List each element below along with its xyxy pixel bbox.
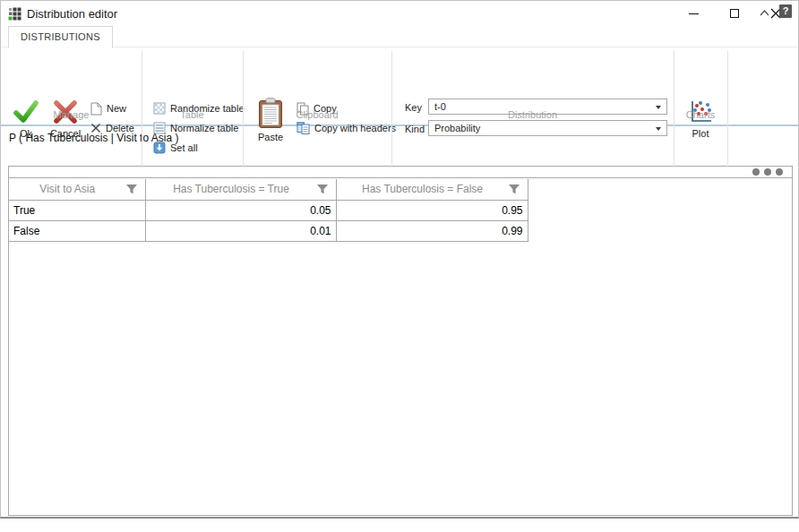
panel-menu-button[interactable] xyxy=(752,168,783,176)
set-all-icon xyxy=(153,142,166,154)
minimize-icon xyxy=(689,13,699,14)
group-label-clipboard: Clipboard xyxy=(243,109,391,120)
copy-with-headers-label: Copy with headers xyxy=(314,123,396,133)
cancel-label: Cancel xyxy=(50,128,81,139)
normalize-table-button[interactable]: Normalize table xyxy=(153,121,238,135)
ribbon-tab-strip: DISTRIBUTIONS xyxy=(1,26,798,47)
column-header-label: Has Tuberculosis = False xyxy=(362,183,483,195)
column-header-tuberculosis-false: Has Tuberculosis = False xyxy=(336,179,528,200)
maximize-icon xyxy=(730,9,739,18)
normalize-table-icon xyxy=(153,122,166,134)
set-all-button[interactable]: Set all xyxy=(153,141,198,155)
kind-dropdown-value: Probability xyxy=(434,123,480,133)
distribution-editor-window: Distribution editor DISTRIBUTIONS ? xyxy=(0,0,799,519)
group-label-table: Table xyxy=(142,109,243,120)
panel-header-strip xyxy=(9,167,792,178)
probability-cell[interactable]: 0.01 xyxy=(145,220,336,241)
copy-with-headers-button[interactable]: Copy with headers xyxy=(296,121,396,135)
delete-x-icon xyxy=(90,123,101,133)
ribbon: Ok Cancel New Delete Manage xyxy=(1,47,798,126)
column-header-visit-to-asia: Visit to Asia xyxy=(9,179,145,200)
chevron-down-icon xyxy=(656,127,661,131)
tab-distributions[interactable]: DISTRIBUTIONS xyxy=(8,26,113,48)
table-row: True 0.05 0.95 xyxy=(9,200,528,220)
probability-cell[interactable]: 0.05 xyxy=(145,200,336,220)
filter-icon[interactable] xyxy=(508,184,520,195)
column-header-tuberculosis-true: Has Tuberculosis = True xyxy=(145,179,336,200)
state-cell[interactable]: False xyxy=(9,220,145,241)
group-label-manage: Manage xyxy=(1,109,142,120)
probability-cell[interactable]: 0.95 xyxy=(336,200,528,220)
distribution-table-panel: Visit to Asia Has Tuberculosis = True xyxy=(8,166,793,516)
ok-label: Ok xyxy=(20,128,32,139)
paste-button[interactable]: Paste xyxy=(253,98,288,142)
dot-icon xyxy=(776,168,783,176)
minimize-button[interactable] xyxy=(673,1,714,26)
group-separator xyxy=(727,51,728,167)
state-cell[interactable]: True xyxy=(9,200,145,220)
column-header-label: Visit to Asia xyxy=(39,183,95,195)
group-label-distribution: Distribution xyxy=(391,109,674,120)
collapse-ribbon-button[interactable] xyxy=(757,6,771,19)
delete-label: Delete xyxy=(106,123,134,133)
group-label-charts: Charts xyxy=(674,109,727,120)
probability-cell[interactable]: 0.99 xyxy=(336,220,528,241)
paste-label: Paste xyxy=(258,132,283,142)
dot-icon xyxy=(764,168,771,176)
window-title: Distribution editor xyxy=(27,7,117,21)
kind-dropdown[interactable]: Probability xyxy=(428,120,667,136)
table-row: False 0.01 0.99 xyxy=(9,220,528,241)
dot-icon xyxy=(752,168,760,176)
window-controls xyxy=(673,1,796,26)
chevron-up-icon xyxy=(760,10,769,16)
probability-table: Visit to Asia Has Tuberculosis = True xyxy=(9,179,528,242)
column-header-label: Has Tuberculosis = True xyxy=(173,183,289,195)
filter-icon[interactable] xyxy=(316,184,329,195)
kind-field-label: Kind xyxy=(405,124,425,134)
copy-with-headers-icon xyxy=(296,122,310,134)
maximize-button[interactable] xyxy=(714,1,755,26)
table-header-row: Visit to Asia Has Tuberculosis = True xyxy=(9,179,528,200)
app-logo-icon xyxy=(7,6,21,21)
set-all-label: Set all xyxy=(170,142,198,153)
plot-label: Plot xyxy=(692,128,709,139)
help-button[interactable]: ? xyxy=(779,4,792,18)
normalize-table-label: Normalize table xyxy=(170,123,238,133)
title-bar: Distribution editor xyxy=(1,1,798,26)
filter-icon[interactable] xyxy=(125,184,138,195)
delete-button[interactable]: Delete xyxy=(90,121,134,135)
